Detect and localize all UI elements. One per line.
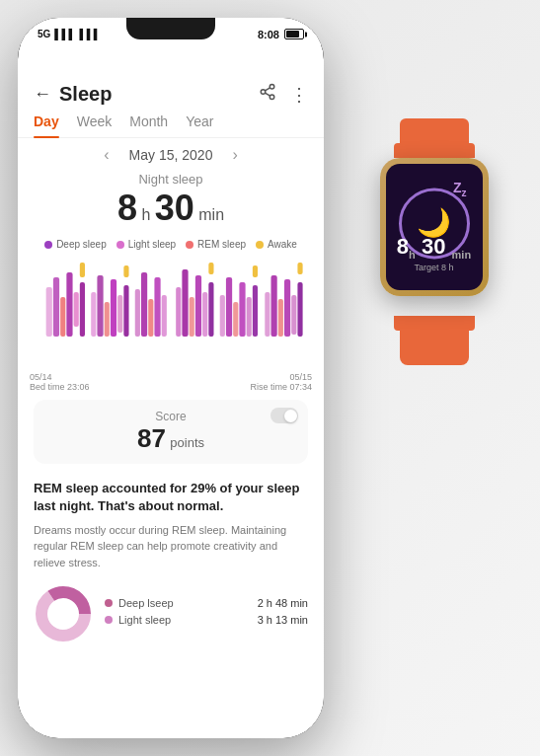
svg-rect-29 — [202, 292, 207, 337]
svg-rect-33 — [226, 277, 232, 337]
sleep-minutes: 30 — [155, 188, 194, 228]
tab-month[interactable]: Month — [129, 113, 168, 137]
svg-rect-10 — [74, 292, 79, 327]
status-signal: 5G ▌▌▌ ▌▌▌ — [38, 29, 101, 39]
toggle-thumb — [284, 410, 297, 422]
zzz-text: Zz — [453, 180, 467, 198]
svg-rect-22 — [148, 299, 153, 337]
rem-sleep-dot — [186, 241, 193, 249]
svg-rect-14 — [97, 275, 103, 337]
light-sleep-pie-dot — [105, 616, 113, 624]
svg-rect-34 — [233, 302, 238, 337]
svg-rect-26 — [182, 269, 188, 337]
legend-rem: REM sleep — [186, 239, 246, 250]
app-header: ← Sleep ⋮ — [18, 73, 324, 112]
svg-rect-8 — [60, 297, 65, 337]
svg-line-3 — [265, 93, 270, 96]
svg-rect-16 — [111, 279, 116, 337]
smart-watch: 🌙 Zz 8h 30 min Target 8 h — [357, 118, 510, 336]
score-label: Score — [49, 410, 292, 423]
prev-date-button[interactable]: ‹ — [104, 146, 109, 164]
sleep-hours: 8 — [117, 188, 137, 228]
watch-band-hole — [430, 316, 438, 324]
notch — [126, 18, 215, 39]
svg-rect-37 — [253, 265, 258, 277]
svg-point-1 — [261, 90, 266, 95]
sleep-summary: Night sleep 8 h 30 min — [18, 172, 324, 235]
svg-rect-15 — [105, 302, 110, 337]
svg-rect-43 — [291, 295, 296, 335]
svg-rect-9 — [66, 272, 72, 337]
score-value-display: 87 points — [49, 423, 292, 454]
svg-rect-20 — [135, 289, 140, 337]
pie-chart — [34, 584, 93, 643]
watch-time-display: 8h 30 min Target 8 h — [386, 236, 483, 272]
svg-rect-45 — [297, 282, 302, 337]
date-nav: ‹ May 15, 2020 › — [18, 138, 324, 172]
legend-light: Light sleep — [116, 239, 176, 250]
svg-rect-17 — [117, 295, 122, 333]
light-sleep-dot — [116, 241, 124, 249]
watch-band-bottom — [400, 316, 469, 365]
svg-rect-18 — [123, 265, 128, 277]
watch-minutes: 30 — [422, 234, 445, 259]
svg-rect-21 — [141, 272, 147, 337]
svg-rect-42 — [284, 279, 290, 337]
svg-rect-11 — [80, 263, 85, 277]
svg-rect-38 — [253, 285, 258, 337]
legend-deep: Deep sleep — [44, 239, 107, 250]
deep-sleep-dot — [44, 241, 52, 249]
svg-point-0 — [270, 85, 274, 90]
svg-rect-44 — [297, 263, 302, 274]
pie-item-light: Light sleep 3 h 13 min — [105, 614, 308, 626]
score-section: Score 87 points — [34, 400, 308, 464]
score-number: 87 — [137, 423, 166, 453]
pie-item-deep: Deep lseep 2 h 48 min — [105, 597, 308, 609]
svg-rect-40 — [271, 275, 277, 337]
svg-rect-13 — [91, 292, 96, 337]
svg-rect-41 — [278, 299, 283, 337]
svg-rect-39 — [265, 292, 270, 337]
description-headline: REM sleep accounted for 29% of your slee… — [34, 480, 308, 515]
phone-frame: 5G ▌▌▌ ▌▌▌ 8:08 ← Sleep — [18, 18, 324, 738]
sleep-duration: 8 h 30 min — [34, 187, 308, 229]
clock: 8:08 — [258, 29, 279, 40]
svg-point-48 — [49, 600, 77, 628]
legend-awake: Awake — [256, 239, 297, 250]
deep-sleep-pie-dot — [105, 599, 113, 607]
toggle-button[interactable] — [270, 408, 298, 423]
svg-line-4 — [265, 88, 270, 91]
watch-screen: 🌙 Zz 8h 30 min Target 8 h — [386, 164, 483, 290]
svg-rect-35 — [239, 282, 245, 337]
page-title: Sleep — [59, 83, 112, 106]
watch-body: 🌙 Zz 8h 30 min Target 8 h — [380, 158, 489, 296]
watch-hours: 8 — [397, 234, 409, 259]
tab-bar: Day Week Month Year — [18, 112, 324, 138]
back-button[interactable]: ← — [34, 84, 51, 105]
next-date-button[interactable]: › — [232, 146, 237, 164]
tab-day[interactable]: Day — [34, 113, 59, 137]
svg-rect-23 — [154, 277, 160, 337]
svg-rect-19 — [123, 285, 128, 337]
chart-labels: 05/14 Bed time 23:06 05/15 Rise time 07:… — [18, 370, 324, 392]
score-unit: points — [170, 435, 204, 450]
svg-rect-30 — [208, 263, 213, 274]
watch-band-top — [400, 118, 469, 158]
svg-rect-31 — [208, 282, 213, 337]
sleep-chart — [28, 258, 314, 366]
more-icon[interactable]: ⋮ — [290, 84, 308, 106]
svg-rect-12 — [80, 282, 85, 337]
chart-right-date: 05/15 — [250, 372, 312, 382]
svg-rect-6 — [46, 287, 52, 337]
tab-year[interactable]: Year — [186, 113, 213, 137]
svg-rect-27 — [190, 297, 194, 337]
sleep-legend: Deep sleep Light sleep REM sleep Awake — [18, 235, 324, 254]
current-date: May 15, 2020 — [129, 147, 213, 163]
svg-rect-32 — [220, 295, 225, 337]
chart-right-time: Rise time 07:34 — [250, 382, 312, 392]
tab-week[interactable]: Week — [77, 113, 113, 137]
share-icon[interactable] — [259, 83, 276, 106]
svg-point-2 — [270, 95, 274, 100]
status-time-battery: 8:08 — [258, 29, 304, 40]
description-body: Dreams mostly occur during REM sleep. Ma… — [34, 522, 308, 571]
